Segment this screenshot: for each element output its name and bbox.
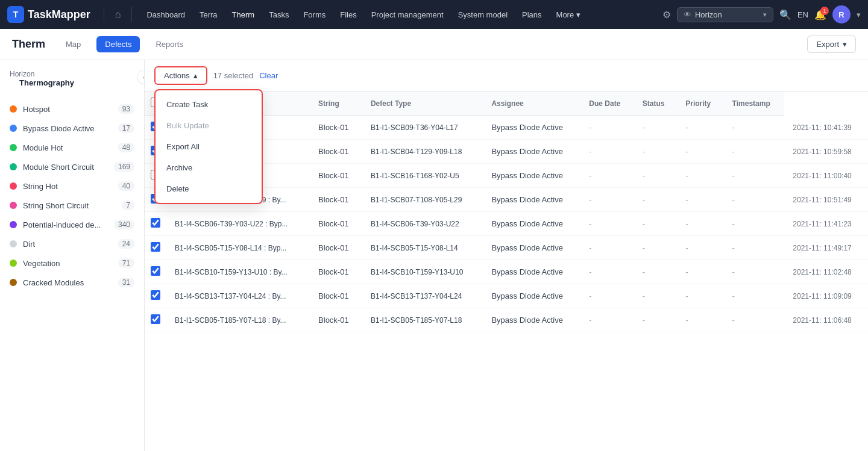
row-inverter: Block-01 — [310, 236, 362, 260]
row-status: - — [677, 116, 723, 140]
defect-color-dot — [10, 105, 17, 113]
row-inverter: Block-01 — [310, 140, 362, 164]
logo[interactable]: T TaskMapper — [7, 6, 90, 23]
sidebar-defect-item[interactable]: Potential-induced de... 340 — [0, 215, 144, 234]
chevron-down-icon-3[interactable]: ▾ — [857, 10, 861, 19]
dropdown-item[interactable]: Export All — [156, 136, 262, 157]
avatar[interactable]: R — [832, 5, 851, 23]
actions-button[interactable]: Actions ▴ — [154, 66, 207, 85]
dropdown-item[interactable]: Delete — [156, 178, 262, 199]
nav-item-files[interactable]: Files — [334, 7, 362, 23]
sidebar-defect-item[interactable]: Dirt 24 — [0, 234, 144, 253]
row-timestamp: 2021-11: 11:49:17 — [784, 236, 868, 260]
table-row: B1-I4-SCB05-T15-Y08-L14 : Byp... Block-0… — [145, 236, 868, 260]
sidebar-defect-item[interactable]: Module Hot 48 — [0, 138, 144, 157]
defect-color-dot — [10, 144, 17, 151]
sidebar-defect-item[interactable]: String Short Circuit 7 — [0, 196, 144, 215]
sidebar-defect-item[interactable]: String Hot 40 — [0, 176, 144, 196]
export-button[interactable]: Export ▾ — [807, 36, 856, 53]
defect-label: Cracked Modules — [23, 278, 112, 287]
row-checkbox[interactable] — [151, 266, 160, 276]
row-timestamp: 2021-11: 11:41:23 — [784, 212, 868, 236]
row-checkbox-cell — [145, 212, 166, 236]
row-due-date: - — [634, 308, 677, 332]
nav-item-terra[interactable]: Terra — [193, 7, 224, 23]
row-checkbox-cell — [145, 236, 166, 260]
table-row: B1-I4-SCB06-T39-Y03-U22 : Byp... Block-0… — [145, 212, 868, 236]
row-checkbox[interactable] — [151, 290, 160, 300]
row-status: - — [677, 140, 723, 164]
search-icon[interactable]: 🔍 — [779, 9, 791, 20]
defect-count: 31 — [118, 278, 134, 287]
row-timestamp: 2021-11: 11:00:40 — [784, 164, 868, 188]
tab-reports[interactable]: Reports — [147, 36, 192, 52]
row-timestamp: 2021-11: 10:59:58 — [784, 140, 868, 164]
row-checkbox[interactable] — [151, 218, 160, 228]
nav-item-forms[interactable]: Forms — [297, 7, 332, 23]
sidebar-defect-item[interactable]: Bypass Diode Active 17 — [0, 119, 144, 138]
row-due-date: - — [634, 212, 677, 236]
tab-defects[interactable]: Defects — [96, 36, 140, 52]
defect-count: 169 — [114, 162, 134, 172]
clear-button[interactable]: Clear — [259, 71, 278, 80]
row-checkbox-cell — [145, 260, 166, 284]
row-checkbox-cell — [145, 308, 166, 332]
nav-item-therm[interactable]: Therm — [226, 7, 261, 23]
sidebar-defect-item[interactable]: Cracked Modules 31 — [0, 273, 144, 292]
row-priority: - — [724, 188, 785, 212]
row-string: B1-I4-SCB06-T39-Y03-U22 — [362, 212, 483, 236]
row-checkbox-cell — [145, 284, 166, 308]
row-assignee: - — [580, 164, 634, 188]
row-checkbox[interactable] — [151, 314, 160, 324]
row-checkbox[interactable] — [151, 242, 160, 252]
row-defect-type: Bypass Diode Active — [483, 260, 580, 284]
project-selector[interactable]: 👁 Horizon ▾ — [677, 7, 773, 22]
nav-item-tasks[interactable]: Tasks — [263, 7, 295, 23]
nav-item-dashboard[interactable]: Dashboard — [140, 7, 191, 23]
language-selector[interactable]: EN — [797, 10, 808, 19]
top-nav: T TaskMapper ⌂ Dashboard Terra Therm Tas… — [0, 0, 868, 29]
tab-map[interactable]: Map — [57, 36, 89, 52]
row-status: - — [677, 284, 723, 308]
table-row: B1-I4-SCB13-T137-Y04-L24 : By... Block-0… — [145, 284, 868, 308]
page-title: Therm — [12, 38, 45, 51]
row-inverter: Block-01 — [310, 116, 362, 140]
nav-item-more[interactable]: More ▾ — [550, 7, 587, 23]
row-inverter: Block-01 — [310, 284, 362, 308]
row-string: B1-I4-SCB05-T15-Y08-L14 — [362, 236, 483, 260]
row-priority: - — [724, 284, 785, 308]
nav-divider — [104, 7, 104, 22]
defect-label: Hotspot — [23, 105, 112, 114]
dropdown-item: Bulk Update — [156, 115, 262, 136]
nav-item-system-model[interactable]: System model — [452, 7, 514, 23]
row-priority: - — [724, 164, 785, 188]
column-header: Assignee — [483, 92, 580, 116]
row-string: B1-I1-SCB16-T168-Y02-U5 — [362, 164, 483, 188]
nav-item-project-management[interactable]: Project management — [365, 7, 450, 23]
defect-count: 48 — [118, 143, 134, 152]
column-header: Timestamp — [724, 92, 785, 116]
settings-icon[interactable]: ⚙ — [662, 9, 671, 20]
defect-color-dot — [10, 202, 17, 209]
defect-label: Vegetation — [23, 259, 112, 268]
nav-item-plans[interactable]: Plans — [516, 7, 548, 23]
defect-color-dot — [10, 221, 17, 228]
row-assignee: - — [580, 236, 634, 260]
sidebar-defect-item[interactable]: Hotspot 93 — [0, 99, 144, 119]
dropdown-item[interactable]: Create Task — [156, 94, 262, 115]
row-string: B1-I1-SCB09-T36-Y04-L17 — [362, 116, 483, 140]
row-string: B1-I1-SCB07-T108-Y05-L29 — [362, 188, 483, 212]
sidebar-defect-item[interactable]: Vegetation 71 — [0, 253, 144, 273]
notification-bell[interactable]: 🔔 1 — [814, 9, 826, 20]
sidebar-defect-item[interactable]: Module Short Circuit 169 — [0, 157, 144, 176]
sidebar-project-label: Horizon — [10, 70, 134, 78]
app-name: TaskMapper — [28, 8, 90, 21]
toolbar: Actions ▴ 17 selected Clear Create TaskB… — [145, 60, 868, 92]
row-status: - — [677, 236, 723, 260]
row-status: - — [677, 188, 723, 212]
home-icon[interactable]: ⌂ — [113, 7, 124, 22]
chevron-down-icon-4: ▾ — [843, 40, 847, 49]
logo-icon: T — [7, 6, 24, 23]
defect-label: Module Short Circuit — [23, 163, 108, 172]
dropdown-item[interactable]: Archive — [156, 157, 262, 178]
